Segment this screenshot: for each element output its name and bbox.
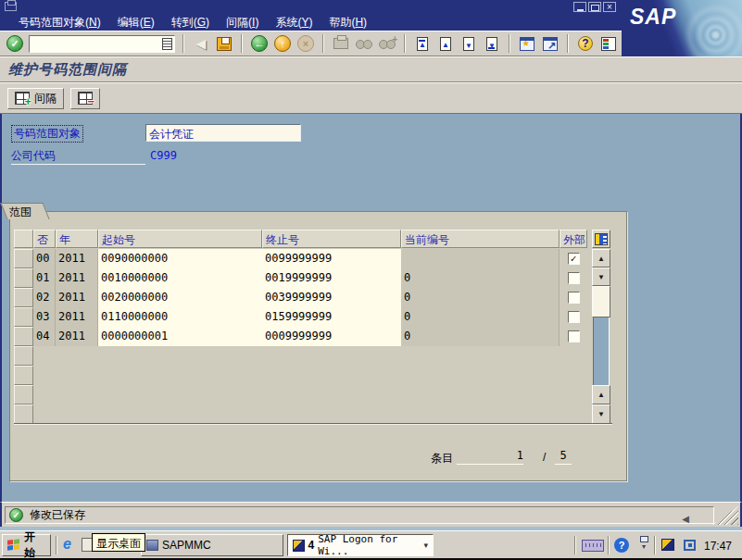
- menu-help[interactable]: 帮助(H): [329, 15, 367, 31]
- cell-to[interactable]: 0039999999: [262, 288, 401, 307]
- row-selector-empty[interactable]: [14, 346, 33, 366]
- status-message-field: ✓ 修改已保存 ◀: [5, 506, 714, 524]
- external-checkbox[interactable]: ✓: [568, 330, 580, 342]
- scroll-up-button[interactable]: ▲: [592, 249, 610, 268]
- cell-year: 2011: [56, 288, 98, 307]
- cell-year: 2011: [56, 249, 98, 268]
- menu-system[interactable]: 系统(Y): [275, 15, 312, 31]
- last-page-button[interactable]: ▼: [483, 35, 501, 53]
- menu-number-range-object[interactable]: 号码范围对象(N): [19, 15, 101, 31]
- command-history-icon[interactable]: [162, 38, 172, 50]
- windows-logo-icon: [7, 539, 20, 551]
- delete-interval-button[interactable]: −: [70, 88, 100, 109]
- quicklaunch-ie-button[interactable]: e: [63, 536, 71, 553]
- tray-network-icon[interactable]: [684, 540, 696, 551]
- company-code-label: 公司代码: [11, 148, 145, 165]
- command-input[interactable]: [29, 35, 175, 53]
- cell-from[interactable]: 0000000001: [98, 327, 262, 346]
- scroll-page-up-button[interactable]: ▲: [592, 385, 610, 404]
- row-selector[interactable]: [14, 327, 33, 346]
- enter-button[interactable]: ✓: [6, 35, 24, 53]
- scrollbar-thumb[interactable]: [592, 286, 610, 317]
- scroll-down-button[interactable]: ▼: [592, 268, 610, 286]
- first-page-button[interactable]: ▲: [413, 35, 432, 53]
- column-header-year[interactable]: 年: [56, 230, 98, 248]
- task-dropdown-icon[interactable]: ▾: [423, 541, 428, 550]
- table-settings-button[interactable]: [592, 230, 610, 248]
- toolbar-separator: [241, 34, 243, 53]
- cell-current: 0: [401, 307, 560, 327]
- column-header-external[interactable]: 外部: [560, 230, 587, 248]
- previous-page-icon: ▲: [440, 37, 451, 51]
- new-session-icon: *: [520, 37, 534, 51]
- back-triangle-button[interactable]: ◀: [192, 35, 210, 53]
- help-button[interactable]: ?: [576, 35, 595, 53]
- cell-from[interactable]: 0090000000: [98, 249, 262, 268]
- hide-icons-button[interactable]: ▾: [637, 536, 650, 550]
- help-question-icon: ?: [578, 36, 593, 51]
- menu-interval[interactable]: 间隔(I): [226, 15, 258, 31]
- cell-to[interactable]: 0009999999: [262, 327, 401, 346]
- menu-edit[interactable]: 编辑(E): [118, 15, 155, 31]
- create-shortcut-button[interactable]: ↗: [541, 35, 560, 53]
- new-session-button[interactable]: *: [518, 35, 536, 53]
- cell-to[interactable]: 0099999999: [262, 249, 401, 268]
- tray-sap-icon[interactable]: [661, 539, 674, 551]
- close-button[interactable]: ×: [603, 2, 616, 12]
- taskbar-clock: 17:47: [704, 540, 732, 553]
- cancel-button[interactable]: ×: [296, 35, 315, 53]
- row-selector[interactable]: [14, 268, 33, 288]
- task-sap-logon-button[interactable]: 4 SAP Logon for Wi... ▾: [287, 534, 434, 556]
- add-interval-button[interactable]: + 间隔: [7, 88, 64, 109]
- object-value: 会计凭证: [149, 128, 194, 141]
- customize-layout-button[interactable]: [599, 35, 618, 53]
- row-selector-empty[interactable]: [14, 385, 33, 404]
- back-button[interactable]: ←: [250, 35, 269, 53]
- start-button[interactable]: 开始: [2, 534, 51, 556]
- internet-explorer-icon: e: [63, 536, 71, 552]
- cell-year: 2011: [56, 307, 98, 327]
- cell-to[interactable]: 0159999999: [262, 307, 401, 327]
- previous-page-button[interactable]: ▲: [436, 35, 455, 53]
- keyboard-layout-icon[interactable]: [582, 540, 604, 552]
- external-checkbox[interactable]: ✓: [568, 272, 580, 284]
- tray-help-icon[interactable]: ?: [614, 538, 629, 553]
- print-button: [332, 35, 350, 53]
- find-icon: [356, 37, 372, 50]
- cell-external: ✓: [560, 327, 587, 346]
- external-checkbox[interactable]: ✓: [568, 253, 580, 265]
- resize-grip[interactable]: [712, 506, 738, 525]
- minimize-button[interactable]: [573, 2, 586, 12]
- status-message: 修改已保存: [30, 507, 85, 523]
- row-selector[interactable]: [14, 307, 33, 327]
- task-sapmmc-button[interactable]: SAPMMC: [141, 534, 283, 556]
- cell-to[interactable]: 0019999999: [262, 268, 401, 288]
- cell-no: 00: [33, 249, 56, 268]
- menu-goto[interactable]: 转到(G): [171, 15, 209, 31]
- row-selector-empty[interactable]: [14, 366, 33, 385]
- entry-label: 条目: [431, 451, 453, 467]
- column-header-no[interactable]: 否: [33, 230, 56, 248]
- external-checkbox[interactable]: ✓: [568, 292, 580, 304]
- save-button[interactable]: [215, 35, 233, 53]
- next-page-button[interactable]: ▼: [459, 35, 478, 53]
- cell-from[interactable]: 0010000000: [98, 268, 262, 288]
- cell-external: ✓: [560, 268, 587, 288]
- cell-from[interactable]: 0110000000: [98, 307, 262, 327]
- toolbar-separator: [182, 34, 184, 53]
- column-header-to[interactable]: 终止号: [262, 230, 401, 248]
- status-collapse-button[interactable]: ◀: [678, 512, 693, 528]
- external-checkbox[interactable]: ✓: [568, 311, 580, 323]
- scroll-page-down-button[interactable]: ▼: [592, 404, 610, 424]
- restore-button[interactable]: [588, 2, 601, 12]
- column-header-current[interactable]: 当前编号: [401, 230, 560, 248]
- exit-button[interactable]: ↑: [273, 35, 292, 53]
- row-selector[interactable]: [14, 288, 33, 307]
- column-header-from[interactable]: 起始号: [98, 230, 262, 248]
- entry-value-field[interactable]: 1: [457, 449, 523, 465]
- back-arrow-icon: ←: [251, 35, 268, 52]
- cell-from[interactable]: 0020000000: [98, 288, 262, 307]
- row-selector-empty[interactable]: [14, 404, 33, 424]
- system-menu-icon[interactable]: [5, 2, 17, 11]
- row-selector[interactable]: [14, 249, 33, 268]
